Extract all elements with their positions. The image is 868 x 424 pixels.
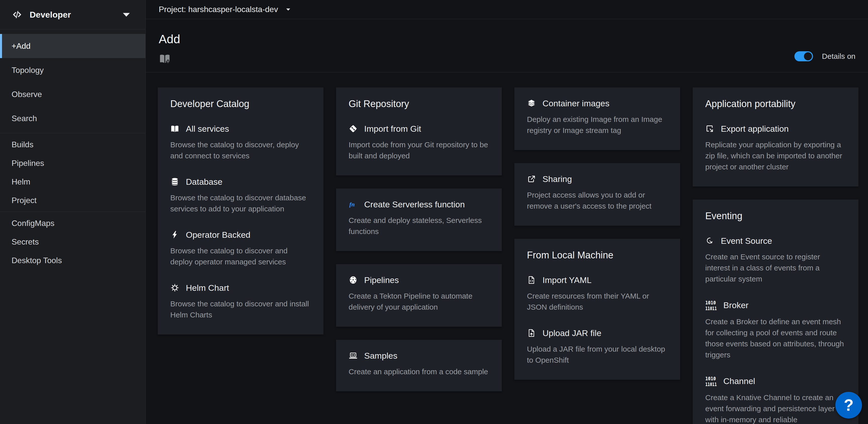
details-toggle-row: Details on xyxy=(795,51,856,61)
details-toggle[interactable] xyxy=(795,51,813,61)
card-column: Container imagesDeploy an existing Image… xyxy=(515,87,680,380)
sidebar-item-builds[interactable]: Builds xyxy=(0,135,146,154)
item-label[interactable]: Container images xyxy=(542,98,609,108)
item-label[interactable]: Import from Git xyxy=(364,124,421,134)
add-action-export-application[interactable]: Export applicationReplicate your applica… xyxy=(705,124,846,172)
help-button[interactable]: ? xyxy=(835,392,862,419)
event-source-icon xyxy=(705,236,714,245)
add-action-sharing[interactable]: SharingProject access allows you to add … xyxy=(527,174,668,211)
yaml-file-icon xyxy=(527,276,536,284)
container-images-icon xyxy=(527,99,536,108)
add-action-event-source[interactable]: Event SourceCreate an Event source to re… xyxy=(705,236,846,284)
add-action-database[interactable]: DatabaseBrowse the catalog to discover d… xyxy=(170,177,311,215)
item-head: Upload JAR file xyxy=(527,328,668,338)
item-label[interactable]: Pipelines xyxy=(364,275,399,285)
card-developer-catalog: Developer CatalogAll servicesBrowse the … xyxy=(158,87,323,335)
sidebar-item-topology[interactable]: Topology xyxy=(0,58,146,82)
sidebar-item-secrets[interactable]: Secrets xyxy=(0,232,146,251)
card: SamplesCreate an application from a code… xyxy=(336,340,502,391)
card-title: Developer Catalog xyxy=(170,98,311,109)
item-label[interactable]: Database xyxy=(186,177,222,187)
add-action-operator-backed[interactable]: Operator BackedBrowse the catalog to dis… xyxy=(170,230,311,267)
item-label[interactable]: Import YAML xyxy=(542,275,591,285)
guided-tour-book-icon[interactable] xyxy=(159,53,171,64)
card-title: From Local Machine xyxy=(527,250,668,261)
nav-group: +AddTopologyObserveSearch xyxy=(0,33,146,133)
perspective-label: Developer xyxy=(30,10,71,20)
card-title: Eventing xyxy=(705,210,846,221)
item-head: Import from Git xyxy=(349,124,489,134)
svg-text:1010: 1010 xyxy=(705,300,716,306)
item-head: fnCreate Serverless function xyxy=(349,200,489,209)
item-label[interactable]: Channel xyxy=(723,376,755,386)
sidebar-item-observe[interactable]: Observe xyxy=(0,82,146,106)
svg-text:fn: fn xyxy=(349,201,354,208)
item-label[interactable]: Event Source xyxy=(721,236,772,246)
svg-text:1010: 1010 xyxy=(705,376,716,381)
item-label[interactable]: Sharing xyxy=(542,174,572,184)
sidebar-item-search[interactable]: Search xyxy=(0,106,146,131)
item-description: Replicate your application by exporting … xyxy=(705,139,846,172)
card-column: Developer CatalogAll servicesBrowse the … xyxy=(158,87,323,335)
item-label[interactable]: Samples xyxy=(364,351,397,361)
add-action-create-serverless-function[interactable]: fnCreate Serverless functionCreate and d… xyxy=(349,200,489,237)
project-selector[interactable]: Project: harshcasper-localsta-dev xyxy=(159,5,278,14)
item-label[interactable]: Helm Chart xyxy=(186,283,229,293)
item-head: 101011011Broker xyxy=(705,300,846,311)
item-description: Create an application from a code sample xyxy=(349,366,489,377)
item-label[interactable]: All services xyxy=(186,124,229,134)
sidebar-item-desktop-tools[interactable]: Desktop Tools xyxy=(0,251,146,270)
nav-group: BuildsPipelinesHelmProject xyxy=(0,133,146,211)
add-action-upload-jar-file[interactable]: Upload JAR fileUpload a JAR file from yo… xyxy=(527,328,668,366)
item-head: Operator Backed xyxy=(170,230,311,240)
add-action-channel[interactable]: 101011011ChannelCreate a Knative Channel… xyxy=(705,376,846,424)
item-description: Upload a JAR file from your local deskto… xyxy=(527,344,668,366)
item-label[interactable]: Upload JAR file xyxy=(542,328,601,338)
add-action-samples[interactable]: SamplesCreate an application from a code… xyxy=(349,351,489,377)
add-action-import-yaml[interactable]: Import YAMLCreate resources from their Y… xyxy=(527,275,668,313)
help-button-label: ? xyxy=(844,396,854,415)
item-description: Browse the catalog to discover and deplo… xyxy=(170,245,311,267)
item-label[interactable]: Export application xyxy=(721,124,788,134)
sidebar-item-helm[interactable]: Helm xyxy=(0,172,146,191)
add-action-all-services[interactable]: All servicesBrowse the catalog to discov… xyxy=(170,124,311,161)
perspective-switcher[interactable]: Developer xyxy=(0,0,146,29)
sidebar-item-label: Desktop Tools xyxy=(11,256,62,265)
item-label[interactable]: Operator Backed xyxy=(186,230,250,240)
caret-down-icon[interactable] xyxy=(285,6,291,12)
sidebar-item-project[interactable]: Project xyxy=(0,191,146,209)
card-from-local-machine: From Local MachineImport YAMLCreate reso… xyxy=(515,239,680,380)
sidebar-item-label: Search xyxy=(11,114,37,123)
item-description: Create and deploy stateless, Serverless … xyxy=(349,215,489,237)
item-description: Deploy an existing Image from an Image r… xyxy=(527,114,668,136)
developer-perspective-icon xyxy=(11,9,23,20)
database-icon xyxy=(170,177,179,186)
nav-group: ConfigMapsSecretsDesktop Tools xyxy=(0,211,146,272)
pipelines-icon xyxy=(349,276,358,284)
sidebar-item-label: Builds xyxy=(11,140,33,149)
sidebar: Developer +AddTopologyObserveSearchBuild… xyxy=(0,0,146,424)
card-title: Application portability xyxy=(705,98,846,109)
sidebar-item-add[interactable]: +Add xyxy=(0,34,146,58)
add-action-helm-chart[interactable]: Helm ChartBrowse the catalog to discover… xyxy=(170,283,311,320)
card-git-repository: Git RepositoryImport from GitImport code… xyxy=(336,87,502,175)
sidebar-item-configmaps[interactable]: ConfigMaps xyxy=(0,214,146,232)
add-action-import-from-git[interactable]: Import from GitImport code from your Git… xyxy=(349,124,489,161)
git-icon xyxy=(349,124,358,133)
sidebar-item-label: Observe xyxy=(11,90,42,99)
item-label[interactable]: Create Serverless function xyxy=(364,200,465,209)
item-description: Browse the catalog to discover, deploy a… xyxy=(170,139,311,161)
item-label[interactable]: Broker xyxy=(723,300,748,310)
add-action-broker[interactable]: 101011011BrokerCreate a Broker to define… xyxy=(705,300,846,360)
book-icon xyxy=(170,124,179,133)
add-action-pipelines[interactable]: PipelinesCreate a Tekton Pipeline to aut… xyxy=(349,275,489,313)
card-application-portability: Application portabilityExport applicatio… xyxy=(693,87,859,187)
main-area: Project: harshcasper-localsta-dev Add De… xyxy=(146,0,868,424)
sidebar-item-pipelines[interactable]: Pipelines xyxy=(0,154,146,172)
export-icon xyxy=(705,124,714,133)
add-action-container-images[interactable]: Container imagesDeploy an existing Image… xyxy=(527,98,668,136)
item-head: Pipelines xyxy=(349,275,489,285)
sidebar-item-label: Topology xyxy=(11,65,44,75)
page-title: Add xyxy=(159,33,855,46)
channel-icon: 101011011 xyxy=(705,376,717,387)
